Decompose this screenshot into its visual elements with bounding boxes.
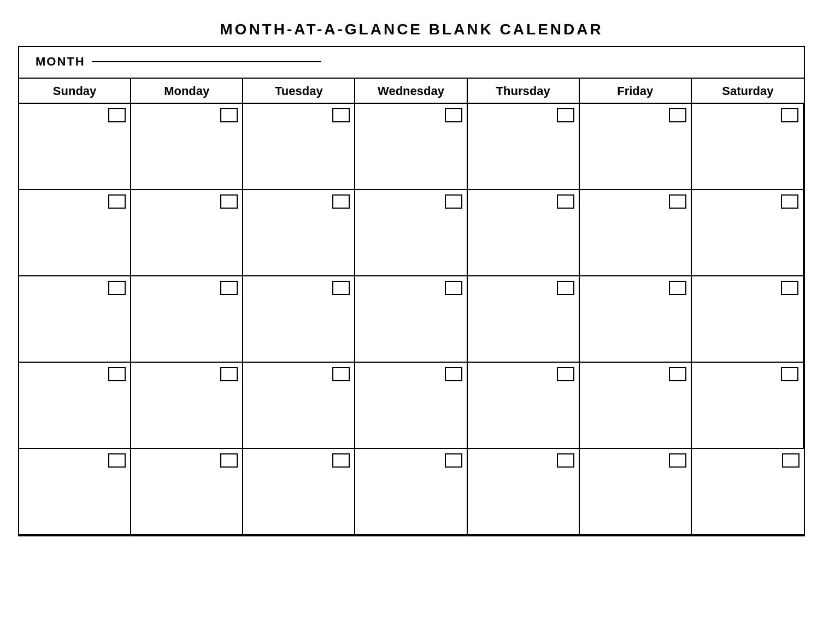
date-number [220,453,238,468]
calendar-grid [19,104,804,535]
week4-sunday [19,363,131,449]
date-number [108,281,126,295]
week5-wednesday [355,449,467,535]
header-tuesday: Tuesday [243,79,355,103]
week1-wednesday [355,104,467,190]
date-number [220,108,238,122]
week4-saturday [692,363,804,449]
week3-tuesday [243,276,355,363]
week5-sunday [19,449,131,535]
days-header: Sunday Monday Tuesday Wednesday Thursday… [19,79,804,104]
date-number [220,281,238,295]
week2-sunday [19,190,131,276]
week2-wednesday [355,190,467,276]
date-number [781,108,798,122]
date-number [669,194,686,209]
week1-sunday [19,104,131,190]
week4-thursday [468,363,580,449]
date-number [669,108,686,122]
header-wednesday: Wednesday [355,79,467,103]
week2-thursday [468,190,580,276]
week3-monday [131,276,243,363]
date-number [220,194,238,209]
week2-saturday [692,190,804,276]
date-number [557,108,574,122]
date-number [557,281,574,295]
date-number [108,453,126,468]
date-number [781,367,798,381]
week3-wednesday [355,276,467,363]
week1-tuesday [243,104,355,190]
date-number [445,281,462,295]
header-saturday: Saturday [692,79,804,103]
week4-tuesday [243,363,355,449]
date-number [332,453,350,468]
week1-monday [131,104,243,190]
date-number [332,367,350,381]
date-number [332,194,350,209]
header-monday: Monday [131,79,243,103]
week3-thursday [468,276,580,363]
date-number [108,367,126,381]
date-number [445,453,462,468]
week5-monday [131,449,243,535]
week3-sunday [19,276,131,363]
week4-friday [580,363,692,449]
week1-thursday [468,104,580,190]
date-number [781,281,798,295]
week1-friday [580,104,692,190]
week5-friday [580,449,692,535]
date-number [108,194,126,209]
week2-monday [131,190,243,276]
page: MONTH-AT-A-GLANCE BLANK CALENDAR MONTH S… [13,11,810,536]
header-thursday: Thursday [468,79,580,103]
header-sunday: Sunday [19,79,131,103]
date-number [445,367,462,381]
week2-tuesday [243,190,355,276]
month-input-line [92,61,321,62]
date-number [669,453,686,468]
week5-saturday [692,449,804,535]
month-label: MONTH [36,55,85,69]
date-number [557,194,574,209]
date-number [445,108,462,122]
date-number [220,367,238,381]
date-number [782,453,800,468]
calendar: MONTH Sunday Monday Tuesday Wednesday Th… [18,46,805,536]
week5-thursday [468,449,580,535]
week4-wednesday [355,363,467,449]
week3-saturday [692,276,804,363]
month-row: MONTH [19,47,804,79]
week2-friday [580,190,692,276]
date-number [669,367,686,381]
date-number [332,108,350,122]
week4-monday [131,363,243,449]
week5-tuesday [243,449,355,535]
page-title: MONTH-AT-A-GLANCE BLANK CALENDAR [13,11,810,46]
date-number [669,281,686,295]
date-number [332,281,350,295]
week3-friday [580,276,692,363]
header-friday: Friday [580,79,692,103]
date-number [781,194,798,209]
week1-saturday [692,104,804,190]
date-number [557,453,574,468]
date-number [445,194,462,209]
date-number [108,108,126,122]
date-number [557,367,574,381]
